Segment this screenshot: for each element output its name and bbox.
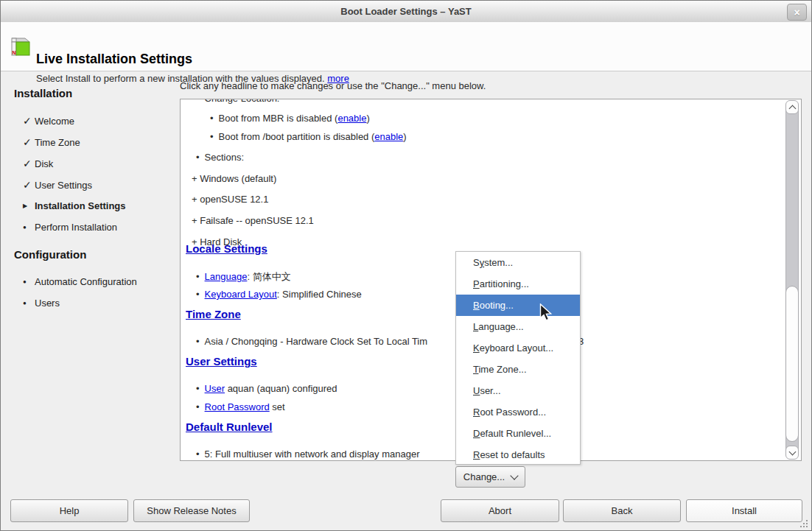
dialog-header: N Live Installation Settings Select Inst… xyxy=(1,22,811,71)
sidebar-item-user-settings: ✓ User Settings xyxy=(23,179,92,191)
locale-settings-heading[interactable]: Locale Settings xyxy=(186,242,267,255)
install-button[interactable]: Install xyxy=(686,499,802,522)
check-icon: ✓ xyxy=(23,179,35,191)
sidebar-item-installation-settings: ▶ Installation Settings xyxy=(23,200,126,211)
user-link[interactable]: User xyxy=(205,383,225,394)
window-resize-grip[interactable] xyxy=(799,518,808,527)
sidebar-heading-configuration: Configuration xyxy=(14,248,86,261)
close-button[interactable]: × xyxy=(787,4,807,21)
bullet-icon: ● xyxy=(23,300,35,306)
chevron-down-icon xyxy=(788,448,796,455)
sidebar-item-perform-installation: ● Perform Installation xyxy=(23,222,117,233)
menu-item-time-zone[interactable]: Time Zone... xyxy=(456,359,580,380)
menu-item-language[interactable]: Language... xyxy=(456,316,580,337)
svg-text:N: N xyxy=(13,50,16,55)
bullet-icon: • xyxy=(196,152,200,163)
page-title: Live Installation Settings xyxy=(36,52,192,67)
back-button[interactable]: Back xyxy=(563,499,681,522)
vertical-scrollbar[interactable] xyxy=(785,100,799,460)
chevron-up-icon xyxy=(788,105,796,112)
default-runlevel-heading[interactable]: Default Runlevel xyxy=(186,421,273,433)
help-button[interactable]: Help xyxy=(10,499,128,522)
menu-item-system[interactable]: System... xyxy=(456,252,580,273)
user-settings-heading[interactable]: User Settings xyxy=(186,355,257,368)
chevron-down-icon xyxy=(511,471,519,479)
language-line: •Language: 简体中文 xyxy=(196,270,291,284)
current-step-arrow-icon: ▶ xyxy=(23,203,35,209)
sections-line: •Sections: xyxy=(196,152,244,163)
sidebar-item-welcome: ✓ Welcome xyxy=(23,115,74,127)
abort-button[interactable]: Abort xyxy=(441,499,559,522)
check-icon: ✓ xyxy=(23,158,35,169)
menu-item-user[interactable]: User... xyxy=(456,380,580,401)
enable-mbr-link[interactable]: enable xyxy=(337,113,366,124)
timezone-line: •Asia / Chongqing - Hardware Clock Set T… xyxy=(196,336,427,347)
check-icon: ✓ xyxy=(23,115,35,127)
time-zone-heading[interactable]: Time Zone xyxy=(186,308,241,320)
bullet-icon: • xyxy=(196,383,200,394)
boot-partition-line: •Boot from /boot partition is disabled (… xyxy=(210,131,407,142)
menu-item-default-runlevel[interactable]: Default Runlevel... xyxy=(456,423,580,444)
change-menu: System... Partitioning... Booting... Lan… xyxy=(455,251,581,465)
enable-boot-partition-link[interactable]: enable xyxy=(374,131,403,142)
clipped-change-location-line: •Change Location: xyxy=(196,99,279,104)
runlevel-line: •5: Full multiuser with network and disp… xyxy=(196,449,419,460)
menu-item-keyboard-layout[interactable]: Keyboard Layout... xyxy=(456,337,580,359)
bullet-icon: • xyxy=(196,289,200,300)
user-line: •User aquan (aquan) configured xyxy=(196,383,337,394)
scroll-up-button[interactable] xyxy=(785,100,799,114)
sidebar-item-users: ● Users xyxy=(23,298,60,309)
language-link[interactable]: Language xyxy=(205,271,248,282)
check-icon: ✓ xyxy=(23,136,35,148)
bullet-icon: • xyxy=(196,271,200,282)
menu-item-reset-to-defaults[interactable]: Reset to defaults xyxy=(456,444,580,465)
sidebar-item-time-zone: ✓ Time Zone xyxy=(23,136,80,148)
bullet-icon: • xyxy=(196,99,200,104)
menu-item-partitioning[interactable]: Partitioning... xyxy=(456,273,580,295)
bullet-icon: ● xyxy=(23,224,35,231)
keyboard-layout-line: •Keyboard Layout: Simplified Chinese xyxy=(196,289,362,300)
show-release-notes-button[interactable]: Show Release Notes xyxy=(133,499,250,522)
yast-package-icon: N xyxy=(8,34,33,62)
change-button[interactable]: Change... xyxy=(455,466,525,488)
boot-section-failsafe: + Failsafe -- openSUSE 12.1 xyxy=(192,215,314,226)
bullet-icon: ● xyxy=(23,278,35,285)
sidebar-item-disk: ✓ Disk xyxy=(23,158,53,169)
close-icon: × xyxy=(794,7,799,18)
mouse-cursor xyxy=(539,303,553,326)
keyboard-layout-link[interactable]: Keyboard Layout xyxy=(205,289,277,300)
bullet-icon: • xyxy=(196,401,200,412)
scrollbar-thumb[interactable] xyxy=(785,286,799,442)
boot-mbr-line: •Boot from MBR is disabled (enable) xyxy=(210,113,370,124)
sidebar-heading-installation: Installation xyxy=(14,87,72,99)
sidebar-item-automatic-configuration: ● Automatic Configuration xyxy=(23,276,137,287)
bullet-icon: • xyxy=(210,113,214,124)
window-title: Boot Loader Settings – YaST xyxy=(340,6,471,17)
bullet-icon: • xyxy=(210,131,214,142)
bullet-icon: • xyxy=(196,336,200,347)
menu-item-root-password[interactable]: Root Password... xyxy=(456,401,580,423)
menu-item-booting[interactable]: Booting... xyxy=(456,295,580,316)
bullet-icon: • xyxy=(196,449,200,460)
title-bar[interactable]: Boot Loader Settings – YaST × xyxy=(1,1,811,23)
root-password-line: •Root Password set xyxy=(196,401,285,412)
change-hint-text: Click any headline to make changes or us… xyxy=(180,80,486,91)
boot-section-windows: + Windows (default) xyxy=(192,173,276,184)
scroll-down-button[interactable] xyxy=(785,446,799,460)
root-password-link[interactable]: Root Password xyxy=(205,401,270,412)
yast-window: Boot Loader Settings – YaST × N Live Ins… xyxy=(0,0,812,531)
boot-section-opensuse: + openSUSE 12.1 xyxy=(192,194,268,205)
